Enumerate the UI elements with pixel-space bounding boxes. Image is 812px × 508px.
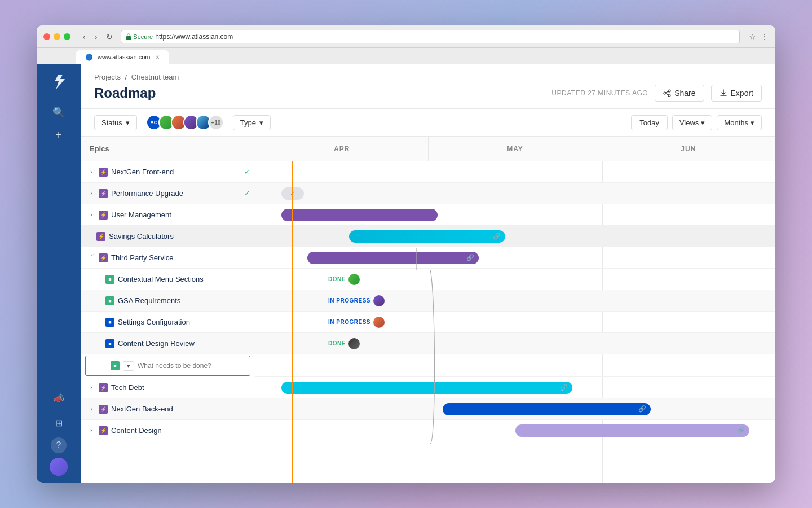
views-button[interactable]: Views ▾ bbox=[672, 115, 712, 130]
epic-icon-settings-configuration: ■ bbox=[105, 318, 114, 327]
epic-icon-gsa-requirements: ■ bbox=[105, 296, 114, 305]
breadcrumb-projects[interactable]: Projects bbox=[94, 73, 121, 81]
secure-badge: Secure bbox=[126, 33, 153, 40]
share-button[interactable]: Share bbox=[655, 85, 704, 102]
epic-row-content-design[interactable]: › ⚡ Content Design bbox=[81, 420, 255, 441]
epic-row-settings-configuration[interactable]: ■ Settings Configuration bbox=[81, 312, 255, 333]
type-filter[interactable]: Type ▾ bbox=[233, 115, 271, 130]
tab-title: www.atlassian.com bbox=[98, 54, 151, 60]
sidebar-item-apps[interactable]: ⊞ bbox=[47, 413, 70, 433]
epic-row-savings-calculators[interactable]: ⚡ Savings Calculators bbox=[81, 226, 255, 247]
month-apr: APR bbox=[255, 137, 429, 161]
tab-bar: 🔵 www.atlassian.com ✕ bbox=[37, 48, 775, 64]
toolbar-right: Today Views ▾ Months ▾ bbox=[631, 115, 762, 130]
timeline-row-savings-calculators: 🔗 bbox=[255, 226, 775, 247]
sidebar-item-create[interactable]: + bbox=[47, 125, 70, 145]
breadcrumb-team[interactable]: Chestnut team bbox=[131, 73, 179, 81]
epic-row-third-party-service[interactable]: › ⚡ Third Party Service bbox=[81, 247, 255, 269]
svg-rect-0 bbox=[126, 36, 131, 40]
address-bar[interactable]: Secure https://www.atlassian.com bbox=[121, 30, 740, 43]
today-line bbox=[292, 161, 293, 483]
sidebar-bottom: 📣 ⊞ ? bbox=[47, 388, 70, 476]
epic-label-tech-debt: Tech Debt bbox=[111, 383, 250, 392]
export-button[interactable]: Export bbox=[711, 85, 762, 102]
timeline-row-nextgen-backend: 🔗 bbox=[255, 398, 775, 420]
epic-icon-contextual-menu: ■ bbox=[105, 275, 114, 284]
header-row: Roadmap UPDATED 27 MINUTES AGO Shar bbox=[94, 85, 762, 102]
maximize-button[interactable] bbox=[64, 33, 70, 40]
tab-close-icon[interactable]: ✕ bbox=[155, 54, 160, 60]
months-chevron-icon: ▾ bbox=[751, 119, 754, 127]
epics-body: › ⚡ NextGen Front-end ✓ › ⚡ Performance … bbox=[81, 161, 255, 483]
epic-label-settings-configuration: Settings Configuration bbox=[118, 318, 250, 326]
contextual-menu-status: DONE bbox=[328, 274, 360, 285]
forward-button[interactable]: › bbox=[91, 31, 101, 42]
breadcrumb: Projects / Chestnut team bbox=[94, 73, 762, 81]
chevron-icon: › bbox=[87, 168, 95, 176]
sidebar-logo[interactable] bbox=[47, 71, 70, 93]
epic-label-nextgen-backend: NextGen Back-end bbox=[111, 405, 250, 413]
views-chevron-icon: ▾ bbox=[701, 119, 705, 127]
tech-debt-bar: 🔗 bbox=[281, 382, 572, 394]
epic-row-content-design-review[interactable]: ■ Content Design Review bbox=[81, 333, 255, 354]
bookmark-icon[interactable]: ☆ bbox=[749, 32, 756, 41]
epic-label-content-design: Content Design bbox=[111, 426, 250, 435]
browser-tab[interactable]: 🔵 www.atlassian.com ✕ bbox=[76, 50, 169, 64]
epic-label-performance-upgrade: Performance Upgrade bbox=[111, 189, 241, 198]
epic-icon-user-management: ⚡ bbox=[99, 211, 108, 220]
epic-row-nextgen-frontend[interactable]: › ⚡ NextGen Front-end ✓ bbox=[81, 161, 255, 183]
epic-row-performance-upgrade[interactable]: › ⚡ Performance Upgrade ✓ bbox=[81, 183, 255, 204]
epic-row-contextual-menu[interactable]: ■ Contextual Menu Sections bbox=[81, 269, 255, 290]
epic-row-nextgen-backend[interactable]: › ⚡ NextGen Back-end bbox=[81, 398, 255, 420]
month-jun: JUN bbox=[602, 137, 775, 161]
page-title: Roadmap bbox=[94, 85, 156, 101]
roadmap-grid: Epics › ⚡ NextGen Front-end ✓ bbox=[81, 137, 775, 483]
svg-point-1 bbox=[668, 90, 670, 92]
timeline-row-gsa-requirements: IN PROGRESS bbox=[255, 290, 775, 312]
check-icon-nextgen-frontend: ✓ bbox=[244, 168, 250, 176]
toolbar: Status ▾ AC bbox=[81, 109, 775, 137]
epic-row-user-management[interactable]: › ⚡ User Management bbox=[81, 204, 255, 226]
type-label: Type bbox=[240, 119, 256, 127]
nextgen-backend-bar: 🔗 bbox=[443, 403, 651, 415]
settings-configuration-label: IN PROGRESS bbox=[328, 319, 370, 325]
back-button[interactable]: ‹ bbox=[80, 31, 89, 42]
user-management-bar bbox=[281, 209, 438, 221]
content-design-bar: 🔗 bbox=[515, 424, 749, 437]
user-avatar[interactable] bbox=[50, 458, 68, 476]
months-label: Months bbox=[724, 119, 748, 127]
sidebar-item-help[interactable]: ? bbox=[51, 437, 67, 453]
timeline-header: APR MAY JUN bbox=[255, 137, 775, 161]
timeline-panel: APR MAY JUN bbox=[255, 137, 775, 483]
epics-panel: Epics › ⚡ NextGen Front-end ✓ bbox=[81, 137, 255, 483]
svg-line-4 bbox=[666, 91, 668, 93]
epic-icon-nextgen-frontend: ⚡ bbox=[99, 168, 108, 177]
header-actions: UPDATED 27 MINUTES AGO Share bbox=[551, 85, 762, 102]
new-item-input-row[interactable]: ■ ▾ bbox=[85, 356, 250, 376]
gsa-requirements-avatar bbox=[373, 295, 385, 306]
timeline-row-contextual-menu: DONE bbox=[255, 269, 775, 290]
content-design-review-status: DONE bbox=[328, 338, 360, 349]
share-label: Share bbox=[674, 89, 695, 98]
settings-configuration-avatar bbox=[373, 317, 385, 328]
refresh-button[interactable]: ↻ bbox=[103, 31, 116, 42]
menu-icon[interactable]: ⋮ bbox=[761, 32, 769, 41]
epic-row-tech-debt[interactable]: › ⚡ Tech Debt bbox=[81, 377, 255, 398]
new-item-input[interactable] bbox=[138, 362, 245, 370]
contextual-menu-done-label: DONE bbox=[328, 276, 346, 282]
sidebar-item-search[interactable]: 🔍 bbox=[47, 102, 70, 122]
today-button[interactable]: Today bbox=[631, 115, 668, 130]
new-item-type-selector[interactable]: ▾ bbox=[123, 361, 134, 371]
epic-icon-performance-upgrade: ⚡ bbox=[99, 189, 108, 198]
settings-configuration-status: IN PROGRESS bbox=[328, 317, 385, 328]
savings-calculators-bar: 🔗 bbox=[349, 230, 505, 243]
close-button[interactable] bbox=[43, 33, 50, 40]
epic-row-gsa-requirements[interactable]: ■ GSA Requirements bbox=[81, 290, 255, 312]
minimize-button[interactable] bbox=[54, 33, 60, 40]
months-button[interactable]: Months ▾ bbox=[717, 115, 762, 130]
sidebar-item-notifications[interactable]: 📣 bbox=[47, 388, 70, 408]
type-chevron-icon: ▾ bbox=[259, 119, 263, 127]
status-filter[interactable]: Status ▾ bbox=[94, 115, 137, 130]
timeline-row-third-party-service: 🔗 bbox=[255, 247, 775, 269]
avatar-more[interactable]: +10 bbox=[208, 115, 224, 130]
